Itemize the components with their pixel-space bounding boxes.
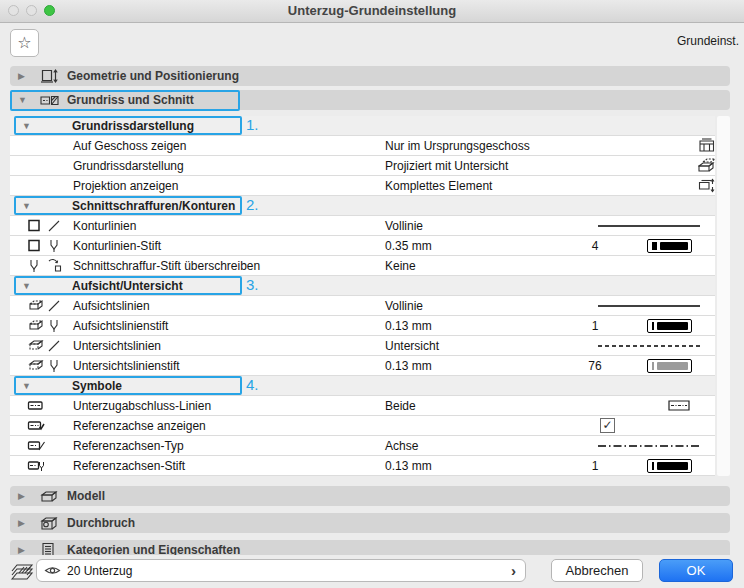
chevron-right-icon[interactable]: ▶ <box>10 518 40 528</box>
pen-weight-mark <box>652 242 657 250</box>
row-label: Aufsichtslinienstift <box>73 319 168 333</box>
line-type-icon <box>47 338 61 353</box>
row-value-dropdown[interactable]: Vollinie <box>385 299 423 313</box>
chevron-right-icon[interactable]: ▶ <box>10 545 40 555</box>
beam-symbol-icon <box>27 418 45 433</box>
row-konturlinien-stift[interactable]: Konturlinien-Stift 0.35 mm 4 <box>10 236 715 256</box>
row-label: Referenzachse anzeigen <box>73 419 206 433</box>
row-value-dropdown[interactable]: Achse <box>385 439 418 453</box>
contour-square-icon <box>27 218 43 233</box>
row-value-dropdown[interactable]: 0.35 mm <box>385 239 432 253</box>
row-grundrissdarstellung[interactable]: Grundrissdarstellung Projiziert mit Unte… <box>10 156 715 176</box>
star-icon: ☆ <box>17 34 31 51</box>
scrollbar-track[interactable] <box>717 116 730 476</box>
row-label: Schnittschraffur-Stift überschreiben <box>73 259 260 273</box>
row-untersichtslinienstift[interactable]: Untersichtslinienstift 0.13 mm 76 <box>10 356 715 376</box>
row-referenzachse-anzeigen[interactable]: Referenzachse anzeigen ✓ <box>10 416 715 436</box>
row-value-dropdown[interactable]: Untersicht <box>385 339 439 353</box>
subsection-label: Grundrissdarstellung <box>72 119 194 133</box>
slab-top-view-icon <box>27 298 44 313</box>
row-aufsichtslinienstift[interactable]: Aufsichtslinienstift 0.13 mm 1 <box>10 316 715 336</box>
annotation-3: 3. <box>246 276 259 293</box>
pen-color-field[interactable] <box>647 239 692 253</box>
beam-symbol-icon <box>27 398 45 413</box>
row-value-dropdown[interactable]: 0.13 mm <box>385 359 432 373</box>
chevron-down-icon[interactable]: ▼ <box>22 381 31 391</box>
reference-axis-checkbox[interactable]: ✓ <box>600 418 615 433</box>
row-label: Grundrissdarstellung <box>73 159 184 173</box>
row-referenzachsen-typ[interactable]: Referenzachsen-Typ Achse <box>10 436 715 456</box>
row-konturlinien[interactable]: Konturlinien Vollinie <box>10 216 715 236</box>
chevron-right-icon[interactable]: ▶ <box>10 491 40 501</box>
row-label: Untersichtslinienstift <box>73 359 180 373</box>
pen-color-field[interactable] <box>647 319 692 333</box>
slab-bottom-view-icon <box>27 338 44 353</box>
beam-symbol-icon <box>27 458 45 473</box>
row-unterzugabschluss-linien[interactable]: Unterzugabschluss-Linien Beide <box>10 396 715 416</box>
slab-top-view-icon <box>27 318 44 333</box>
section-header-geometrie[interactable]: ▶ Geometrie und Positionierung <box>10 66 730 86</box>
pen-color-fill <box>657 462 688 470</box>
row-label: Referenzachsen-Stift <box>73 459 185 473</box>
row-label: Konturlinien <box>73 219 136 233</box>
eye-icon <box>44 564 61 577</box>
line-preview-dashed <box>598 339 700 352</box>
pen-weight-mark <box>652 362 654 370</box>
row-schnittschraffur-stift-ueberschreiben[interactable]: Schnittschraffur-Stift überschreiben Kei… <box>10 256 715 276</box>
row-label: Auf Geschoss zeigen <box>73 139 186 153</box>
row-value-dropdown[interactable]: Vollinie <box>385 219 423 233</box>
section-header-durchbruch[interactable]: ▶ Durchbruch <box>10 513 730 533</box>
row-untersichtslinien[interactable]: Untersichtslinien Untersicht <box>10 336 715 356</box>
row-value-dropdown[interactable]: Keine <box>385 259 416 273</box>
row-referenzachsen-stift[interactable]: Referenzachsen-Stift 0.13 mm 1 <box>10 456 715 476</box>
window-title: Unterzug-Grundeinstellung <box>0 3 744 18</box>
pen-color-fill <box>660 242 688 250</box>
chevron-right-icon[interactable]: › <box>511 562 516 579</box>
section-label: Geometrie und Positionierung <box>67 69 239 83</box>
row-projektion-anzeigen[interactable]: Projektion anzeigen Komplettes Element <box>10 176 715 196</box>
pen-color-field[interactable] <box>647 459 692 473</box>
pen-color-field[interactable] <box>647 359 692 373</box>
row-label: Aufsichtslinien <box>73 299 150 313</box>
model-box-icon <box>40 489 64 504</box>
section-header-modell[interactable]: ▶ Modell <box>10 486 730 506</box>
chevron-down-icon[interactable]: ▼ <box>22 281 31 291</box>
row-value-dropdown[interactable]: Komplettes Element <box>385 179 492 193</box>
beam-ends-preview-icon <box>668 400 690 411</box>
section-label: Durchbruch <box>67 516 135 530</box>
favorite-selector[interactable]: 20 Unterzug › <box>36 559 526 582</box>
subsection-aufsicht-untersicht[interactable]: ▼ Aufsicht/Untersicht 3. <box>10 276 715 296</box>
row-value-dropdown[interactable]: Beide <box>385 399 416 413</box>
chevron-down-icon[interactable]: ▼ <box>22 121 31 131</box>
row-value-dropdown[interactable]: 0.13 mm <box>385 319 432 333</box>
row-aufsichtslinien[interactable]: Aufsichtslinien Vollinie <box>10 296 715 316</box>
subsection-label: Schnittschraffuren/Konturen <box>72 199 235 213</box>
row-value-dropdown[interactable]: Projiziert mit Untersicht <box>385 159 508 173</box>
chevron-down-icon[interactable]: ▼ <box>10 95 40 105</box>
subsection-symbole[interactable]: ▼ Symbole 4. <box>10 376 715 396</box>
highlight-box-4 <box>14 376 242 395</box>
cancel-button[interactable]: Abbrechen <box>551 559 643 582</box>
override-arrow-icon <box>47 258 62 273</box>
ok-button[interactable]: OK <box>659 559 733 582</box>
pen-number: 1 <box>565 459 625 473</box>
chevron-right-icon[interactable]: ▶ <box>10 71 40 81</box>
settings-table: ▼ Grundrissdarstellung 1. Auf Geschoss z… <box>10 116 715 476</box>
row-label: Untersichtslinien <box>73 339 161 353</box>
pen-number: 76 <box>565 359 625 373</box>
pen-number: 4 <box>565 239 625 253</box>
section-header-grundriss-schnitt[interactable]: ▼ Grundriss und Schnitt <box>10 90 730 110</box>
contour-square-icon <box>27 238 43 253</box>
subsection-grundrissdarstellung[interactable]: ▼ Grundrissdarstellung 1. <box>10 116 715 136</box>
row-value-dropdown[interactable]: Nur im Ursprungsgeschoss <box>385 139 530 153</box>
favorites-star-button[interactable]: ☆ <box>10 29 39 57</box>
row-auf-geschoss-zeigen[interactable]: Auf Geschoss zeigen Nur im Ursprungsgesc… <box>10 136 715 156</box>
slab-bottom-view-icon <box>27 358 44 373</box>
subsection-schnittschraffuren[interactable]: ▼ Schnittschraffuren/Konturen 2. <box>10 196 715 216</box>
opening-box-icon <box>40 516 64 531</box>
beam-settings-dialog: Unterzug-Grundeinstellung ☆ Grundeinst. … <box>0 0 744 588</box>
pen-icon <box>47 238 61 253</box>
row-value-dropdown[interactable]: 0.13 mm <box>385 459 432 473</box>
favorites-stack-icon <box>10 560 34 582</box>
chevron-down-icon[interactable]: ▼ <box>22 201 31 211</box>
